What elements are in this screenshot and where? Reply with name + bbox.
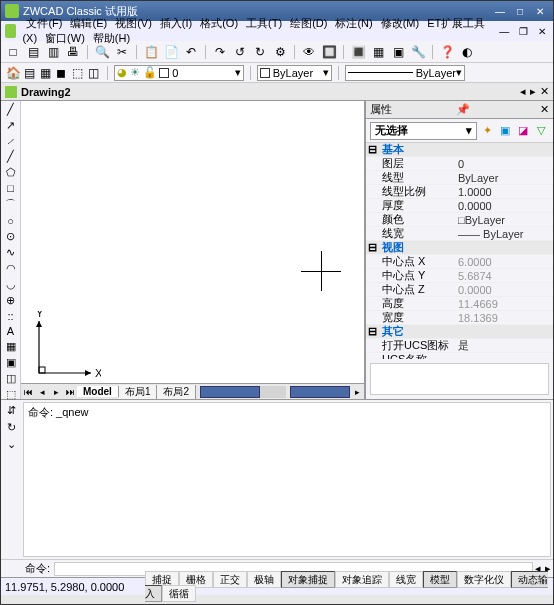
toolbar-button[interactable]: ↻ [252, 44, 268, 60]
props-row[interactable]: 颜色□ByLayer [366, 213, 553, 227]
maximize-button[interactable]: □ [511, 4, 529, 18]
toolbar-button[interactable]: ❓ [439, 44, 455, 60]
toolbar-button[interactable]: 🔲 [321, 44, 337, 60]
toolbar-button[interactable]: 👁 [301, 44, 317, 60]
status-toggle[interactable]: 模型 [423, 571, 457, 588]
toolbar-button[interactable]: ◐ [459, 44, 475, 60]
tab-last[interactable]: ⏭ [63, 387, 77, 397]
draw-tool-button[interactable]: ◫ [3, 372, 19, 385]
toolbar-button[interactable]: 📋 [143, 44, 159, 60]
filter-icon[interactable]: ▽ [533, 123, 549, 139]
toolbar-button[interactable]: 🖶 [65, 44, 81, 60]
drawing-tab-label[interactable]: Drawing2 [21, 86, 71, 98]
status-toggle[interactable]: 循循 [162, 585, 196, 602]
menu-item[interactable]: 编辑(E) [66, 15, 111, 31]
props-row[interactable]: 图层0 [366, 157, 553, 171]
tab-layout1[interactable]: 布局1 [119, 385, 158, 399]
mdi-minimize[interactable]: — [497, 24, 512, 38]
props-category[interactable]: ⊟其它 [366, 325, 553, 339]
toolbar-button[interactable]: ↶ [183, 44, 199, 60]
draw-tool-button[interactable]: ▦ [3, 340, 19, 353]
props-category[interactable]: ⊟视图 [366, 241, 553, 255]
menu-item[interactable]: 插入(I) [156, 15, 196, 31]
draw-tool-button[interactable]: ∿ [3, 246, 19, 259]
draw-tool-button[interactable]: ⊙ [3, 230, 19, 243]
layer-tool-button[interactable]: ▦ [37, 65, 53, 81]
hscroll-right[interactable]: ▸ [350, 387, 364, 397]
draw-tool-button[interactable]: ⟋ [3, 135, 19, 147]
draw-tool-button[interactable]: ⬠ [3, 166, 19, 179]
props-category[interactable]: ⊟基本 [366, 143, 553, 157]
layer-tool-button[interactable]: ⬚ [69, 65, 85, 81]
draw-tool-button[interactable]: ○ [3, 215, 19, 227]
toolbar-button[interactable]: ✂ [114, 44, 130, 60]
menu-item[interactable]: 格式(O) [196, 15, 242, 31]
tab-model[interactable]: Model [77, 386, 119, 397]
draw-tool-button[interactable]: ⌒ [3, 197, 19, 212]
mdi-restore[interactable]: ❐ [516, 24, 531, 38]
hscroll-thumb2[interactable] [290, 386, 350, 398]
draw-tool-button[interactable]: ╱ [3, 150, 19, 163]
tab-close-x[interactable]: ✕ [540, 85, 549, 98]
cmd-nav-icon[interactable]: ⇵ [7, 404, 16, 417]
toolbar-button[interactable]: 🔳 [350, 44, 366, 60]
select-objects-icon[interactable]: ▣ [497, 123, 513, 139]
props-row[interactable]: 中心点 Y5.6874 [366, 269, 553, 283]
toolbar-button[interactable]: ↷ [212, 44, 228, 60]
mdi-close[interactable]: ✕ [534, 24, 549, 38]
props-row[interactable]: 高度11.4669 [366, 297, 553, 311]
props-row[interactable]: 线型ByLayer [366, 171, 553, 185]
cmd-expand-icon[interactable]: ⌄ [7, 438, 16, 451]
layer-tool-button[interactable]: ◼ [53, 65, 69, 81]
draw-tool-button[interactable]: ╱ [3, 103, 19, 116]
status-toggle[interactable]: 数字化仪 [457, 571, 511, 588]
layer-tool-button[interactable]: ◫ [85, 65, 101, 81]
status-toggle[interactable]: 极轴 [247, 571, 281, 588]
toolbar-button[interactable]: ▦ [370, 44, 386, 60]
toolbar-button[interactable]: 🔍 [94, 44, 110, 60]
draw-tool-button[interactable]: ↗ [3, 119, 19, 132]
toolbar-button[interactable]: 🔧 [410, 44, 426, 60]
hscroll-thumb[interactable] [200, 386, 260, 398]
layer-combo[interactable]: ◕ ☀ 🔓 0 ▾ [114, 65, 244, 81]
status-toggle[interactable]: 对象捕捉 [281, 571, 335, 588]
minimize-button[interactable]: — [491, 4, 509, 18]
tab-nav-left[interactable]: ◂ [520, 85, 526, 98]
props-row[interactable]: 厚度0.0000 [366, 199, 553, 213]
toolbar-button[interactable]: ▥ [45, 44, 61, 60]
draw-tool-button[interactable]: ▣ [3, 356, 19, 369]
props-row[interactable]: UCS名称 [366, 353, 553, 359]
cmd-recent-icon[interactable]: ↻ [7, 421, 16, 434]
draw-tool-button[interactable]: ◡ [3, 278, 19, 291]
props-row[interactable]: 线型比例1.0000 [366, 185, 553, 199]
linetype-combo[interactable]: ByLayer▾ [345, 65, 465, 81]
tab-next[interactable]: ▸ [49, 387, 63, 397]
props-row[interactable]: 打开UCS图标是 [366, 339, 553, 353]
tab-nav-right[interactable]: ▸ [530, 85, 536, 98]
status-toggle[interactable]: 线宽 [389, 571, 423, 588]
menu-item[interactable]: 修改(M) [377, 15, 424, 31]
hscroll-track[interactable] [260, 386, 286, 398]
pickadd-icon[interactable]: ◪ [515, 123, 531, 139]
layer-tool-button[interactable]: 🏠 [5, 65, 21, 81]
tab-layout2[interactable]: 布局2 [157, 385, 196, 399]
draw-tool-button[interactable]: ⊕ [3, 294, 19, 307]
tab-prev[interactable]: ◂ [35, 387, 49, 397]
draw-tool-button[interactable]: A [3, 325, 19, 337]
layer-tool-button[interactable]: ▤ [21, 65, 37, 81]
color-combo[interactable]: ByLayer▾ [257, 65, 332, 81]
drawing-canvas[interactable]: X Y ⏮ ◂ ▸ ⏭ Model 布局1 布局2 ▸ [21, 101, 365, 399]
menu-item[interactable]: 文件(F) [22, 15, 66, 31]
toolbar-button[interactable]: ⚙ [272, 44, 288, 60]
toolbar-button[interactable]: ↺ [232, 44, 248, 60]
props-row[interactable]: 中心点 Z0.0000 [366, 283, 553, 297]
menu-item[interactable]: 绘图(D) [286, 15, 331, 31]
status-toggle[interactable]: 正交 [213, 571, 247, 588]
tab-first[interactable]: ⏮ [21, 387, 35, 397]
menu-item[interactable]: 视图(V) [111, 15, 156, 31]
panel-pin-icon[interactable]: 📌 [456, 103, 470, 116]
draw-tool-button[interactable]: :: [3, 310, 19, 322]
toolbar-button[interactable]: □ [5, 44, 21, 60]
status-toggle[interactable]: 对象追踪 [335, 571, 389, 588]
properties-selection-combo[interactable]: 无选择▾ [370, 122, 477, 140]
